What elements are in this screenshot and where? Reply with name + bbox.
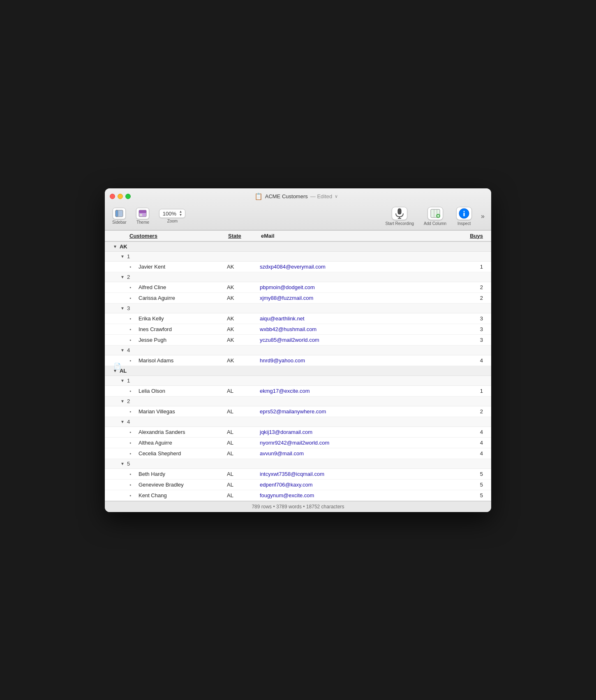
row-email[interactable]: edpenf706@kaxy.com (260, 482, 462, 488)
table-row[interactable]: ● Erika Kelly AK aiqu@earthlink.net 3 (105, 313, 491, 324)
row-state: AK (227, 315, 260, 322)
title-chevron-icon[interactable]: ∨ (335, 194, 338, 199)
row-state: AL (227, 408, 260, 415)
subgroup-row[interactable]: ▼4 (105, 417, 491, 427)
row-bullet: ● (129, 494, 136, 497)
toolbar: Sidebar Theme 100% ▲ ▼ (110, 204, 486, 230)
table-row[interactable]: ● Cecelia Shepherd AL avvun9@mail.com 4 (105, 448, 491, 459)
svg-rect-5 (398, 209, 401, 214)
row-state: AL (227, 440, 260, 446)
table-row[interactable]: ● Genevieve Bradley AL edpenf706@kaxy.co… (105, 480, 491, 490)
row-email[interactable]: ekmg17@excite.com (260, 388, 462, 394)
subgroup-triangle: ▼ (120, 254, 125, 259)
zoom-stepper[interactable]: ▲ ▼ (178, 210, 182, 217)
row-buys: 5 (462, 482, 491, 488)
row-email[interactable]: avvun9@mail.com (260, 450, 462, 457)
row-email[interactable]: fougynum@excite.com (260, 492, 462, 498)
minimize-button[interactable] (118, 194, 123, 199)
table-row[interactable]: ● Marian Villegas AL eprs52@mailanywhere… (105, 406, 491, 417)
subgroup-triangle: ▼ (120, 399, 125, 403)
svg-rect-3 (139, 210, 146, 213)
sidebar-button[interactable]: Sidebar (110, 207, 129, 225)
inspect-button[interactable]: Inspect (454, 206, 474, 227)
col-header-customers[interactable]: Customers (129, 233, 228, 239)
row-name: Althea Aguirre (139, 440, 227, 446)
row-bullet: ● (129, 473, 136, 475)
col-header-state[interactable]: State (228, 233, 261, 239)
row-bullet: ● (129, 297, 136, 299)
window-title: 📋 ACME Customers — Edited ∨ (254, 192, 338, 200)
close-button[interactable] (110, 194, 115, 199)
row-buys: 5 (462, 471, 491, 477)
table-row[interactable]: ● Jesse Pugh AK yczu85@mail2world.com 3 (105, 335, 491, 345)
table-content: 📄 ▼AK▼1 ● Javier Kent AK szdxp4084@every… (105, 242, 491, 501)
row-state: AL (227, 482, 260, 488)
col-header-buys[interactable]: Buys (462, 233, 491, 239)
subgroup-row[interactable]: ▼2 (105, 396, 491, 406)
row-email[interactable]: xjmy88@fuzzmail.com (260, 295, 462, 301)
row-name: Carissa Aguirre (139, 295, 227, 301)
subgroup-row[interactable]: ▼3 (105, 304, 491, 313)
svg-rect-16 (464, 213, 465, 216)
table-row[interactable]: ● Alexandria Sanders AL jqkij13@doramail… (105, 427, 491, 438)
subgroup-row[interactable]: ▼1 (105, 376, 491, 386)
subgroup-num: 5 (127, 461, 130, 467)
theme-button[interactable]: Theme (134, 207, 152, 225)
subgroup-row[interactable]: ▼4 (105, 345, 491, 355)
row-state: AK (227, 264, 260, 270)
row-state: AK (227, 337, 260, 343)
svg-point-15 (464, 211, 465, 212)
row-email[interactable]: nyornr9242@mail2world.com (260, 440, 462, 446)
inspect-icon (456, 207, 472, 220)
row-email[interactable]: pbpmoin@dodgeit.com (260, 284, 462, 290)
table-row[interactable]: ● Lelia Olson AL ekmg17@excite.com 1 (105, 386, 491, 396)
microphone-icon (392, 207, 407, 220)
start-recording-button[interactable]: Start Recording (383, 206, 416, 227)
add-column-icon (427, 207, 443, 220)
row-buys: 3 (462, 326, 491, 332)
zoom-control[interactable]: 100% ▲ ▼ (159, 209, 185, 218)
maximize-button[interactable] (125, 194, 131, 199)
table-row[interactable]: ● Althea Aguirre AL nyornr9242@mail2worl… (105, 438, 491, 448)
table-row[interactable]: ● Alfred Cline AK pbpmoin@dodgeit.com 2 (105, 282, 491, 293)
table-row[interactable]: ● Beth Hardy AL intcyxwt7358@icqmail.com… (105, 469, 491, 480)
title-edited: — Edited (310, 193, 332, 199)
group-row[interactable]: ▼AL (105, 366, 491, 376)
row-email[interactable]: wxbb42@hushmail.com (260, 326, 462, 332)
row-name: Alexandria Sanders (139, 429, 227, 435)
row-name: Cecelia Shepherd (139, 450, 227, 457)
subgroup-row[interactable]: ▼5 (105, 459, 491, 469)
subgroup-row[interactable]: ▼1 (105, 252, 491, 262)
table-row[interactable]: ● Carissa Aguirre AK xjmy88@fuzzmail.com… (105, 293, 491, 304)
subgroup-num: 2 (127, 398, 130, 404)
add-column-button[interactable]: Add Column (421, 206, 449, 227)
zoom-value: 100% (162, 211, 177, 217)
more-button[interactable]: » (479, 211, 486, 222)
start-recording-label: Start Recording (386, 221, 414, 226)
subgroup-row[interactable]: ▼2 (105, 272, 491, 282)
table-row[interactable]: ● Marisol Adams AK hnrd9@yahoo.com 4 (105, 355, 491, 366)
row-name: Genevieve Bradley (139, 482, 227, 488)
row-bullet: ● (129, 328, 136, 331)
row-email[interactable]: aiqu@earthlink.net (260, 315, 462, 322)
row-email[interactable]: hnrd9@yahoo.com (260, 357, 462, 364)
row-state: AL (227, 429, 260, 435)
row-bullet: ● (129, 441, 136, 444)
table-row[interactable]: ● Javier Kent AK szdxp4084@everymail.com… (105, 262, 491, 272)
row-email[interactable]: szdxp4084@everymail.com (260, 264, 462, 270)
row-email[interactable]: jqkij13@doramail.com (260, 429, 462, 435)
table-row[interactable]: ● Kent Chang AL fougynum@excite.com 5 (105, 490, 491, 501)
row-email[interactable]: intcyxwt7358@icqmail.com (260, 471, 462, 477)
group-row[interactable]: ▼AK (105, 242, 491, 252)
theme-label: Theme (136, 220, 149, 225)
row-email[interactable]: yczu85@mail2world.com (260, 337, 462, 343)
row-state: AK (227, 326, 260, 332)
group-triangle: ▼ (113, 244, 117, 249)
row-name: Kent Chang (139, 492, 227, 498)
table-row[interactable]: ● Ines Crawford AK wxbb42@hushmail.com 3 (105, 324, 491, 335)
row-buys: 1 (462, 264, 491, 270)
row-bullet: ● (129, 410, 136, 413)
subgroup-num: 4 (127, 419, 130, 425)
zoom-down-icon[interactable]: ▼ (178, 213, 182, 217)
row-email[interactable]: eprs52@mailanywhere.com (260, 408, 462, 415)
